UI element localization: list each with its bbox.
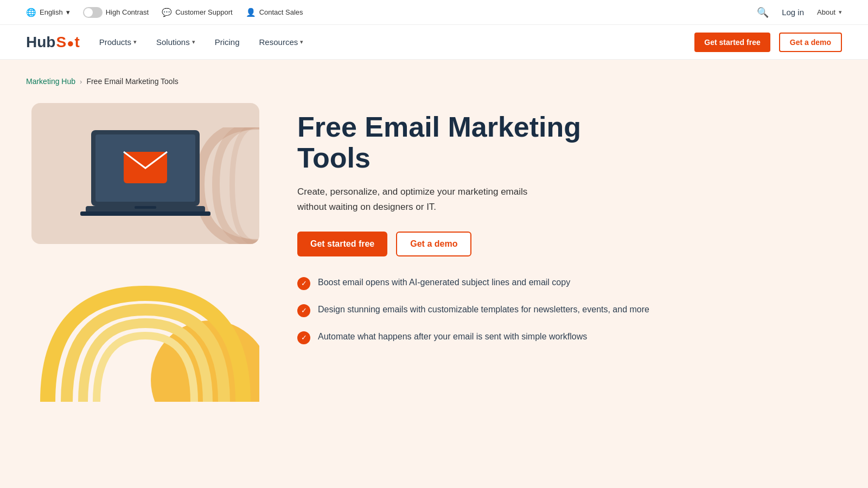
breadcrumb-current: Free Email Marketing Tools	[86, 77, 178, 86]
utility-left: 🌐 English ▾ High Contrast 💬 Customer Sup…	[26, 7, 303, 18]
breadcrumb: Marketing Hub › Free Email Marketing Too…	[26, 77, 842, 86]
nav-demo-button[interactable]: Get a demo	[779, 33, 842, 52]
high-contrast-toggle[interactable]: High Contrast	[83, 7, 149, 18]
language-selector[interactable]: 🌐 English ▾	[26, 8, 70, 17]
resources-label: Resources	[259, 37, 298, 47]
hero-text: Free Email Marketing Tools Create, perso…	[297, 103, 842, 344]
about-link[interactable]: About ▾	[817, 8, 842, 16]
nav-left: HubS●t Products ▾ Solutions ▾ Pricing Re…	[26, 34, 303, 51]
main-nav: HubS●t Products ▾ Solutions ▾ Pricing Re…	[0, 25, 868, 60]
check-icon-1: ✓	[297, 277, 310, 290]
svg-rect-8	[80, 211, 210, 216]
svg-rect-9	[135, 206, 156, 209]
resources-chevron: ▾	[300, 38, 303, 46]
hero-get-started-button[interactable]: Get started free	[297, 232, 387, 256]
solutions-nav-item[interactable]: Solutions ▾	[156, 35, 195, 49]
check-icon-2: ✓	[297, 304, 310, 317]
resources-nav-item[interactable]: Resources ▾	[259, 35, 304, 49]
pricing-nav-item[interactable]: Pricing	[215, 35, 240, 49]
rainbow-section	[31, 250, 259, 402]
language-label: English	[40, 8, 63, 16]
laptop-card	[31, 103, 259, 244]
feature-item-1: ✓ Boost email opens with AI-generated su…	[297, 276, 842, 290]
hubspot-logo[interactable]: HubS●t	[26, 34, 80, 51]
globe-icon: 🌐	[26, 8, 36, 17]
feature-text-2: Design stunning emails with customizable…	[318, 303, 649, 316]
solutions-label: Solutions	[156, 37, 190, 47]
products-label: Products	[99, 37, 131, 47]
contrast-switch[interactable]	[83, 7, 103, 18]
toggle-knob	[84, 8, 93, 17]
hero-section: ✦ ✦ ✦	[26, 103, 842, 402]
support-icon: 💬	[162, 8, 172, 17]
search-link[interactable]: 🔍	[757, 7, 769, 18]
breadcrumb-parent-link[interactable]: Marketing Hub	[26, 77, 75, 86]
nav-right: Get started free Get a demo	[694, 33, 842, 52]
logo-t-text: t	[74, 34, 79, 51]
search-icon: 🔍	[757, 7, 769, 18]
check-icon-3: ✓	[297, 331, 310, 344]
feature-item-2: ✓ Design stunning emails with customizab…	[297, 303, 842, 317]
customer-support-link[interactable]: 💬 Customer Support	[162, 8, 233, 17]
laptop-svg	[80, 125, 210, 222]
logo-dot-icon: ●	[67, 36, 74, 50]
feature-text-3: Automate what happens after your email i…	[318, 330, 587, 343]
nav-get-started-button[interactable]: Get started free	[694, 33, 770, 52]
rainbow-svg	[31, 250, 259, 402]
products-chevron: ▾	[133, 38, 137, 46]
about-label: About	[817, 8, 835, 16]
solutions-chevron: ▾	[192, 38, 195, 46]
feature-list: ✓ Boost email opens with AI-generated su…	[297, 276, 842, 344]
language-chevron: ▾	[66, 8, 70, 16]
page-content: Marketing Hub › Free Email Marketing Too…	[0, 60, 868, 488]
hero-buttons: Get started free Get a demo	[297, 232, 842, 256]
utility-bar: 🌐 English ▾ High Contrast 💬 Customer Sup…	[0, 0, 868, 25]
high-contrast-label: High Contrast	[106, 8, 149, 16]
feature-item-3: ✓ Automate what happens after your email…	[297, 330, 842, 344]
hero-demo-button[interactable]: Get a demo	[396, 232, 471, 256]
hero-title: Free Email Marketing Tools	[297, 112, 842, 174]
hero-image-section: ✦ ✦ ✦	[26, 103, 265, 402]
products-nav-item[interactable]: Products ▾	[99, 35, 137, 49]
hero-subtitle: Create, personalize, and optimize your m…	[297, 184, 558, 214]
contact-icon: 👤	[246, 8, 256, 17]
pricing-label: Pricing	[215, 37, 240, 47]
about-chevron: ▾	[839, 9, 842, 16]
login-label: Log in	[782, 8, 804, 17]
contact-sales-label: Contact Sales	[259, 8, 303, 16]
customer-support-label: Customer Support	[175, 8, 233, 16]
feature-text-1: Boost email opens with AI-generated subj…	[318, 276, 570, 289]
login-link[interactable]: Log in	[782, 8, 804, 17]
utility-right: 🔍 Log in About ▾	[757, 7, 842, 18]
laptop-card-wrapper: ✦ ✦ ✦	[31, 103, 259, 252]
logo-hub-text: Hub	[26, 34, 55, 51]
logo-spot-text: S	[56, 34, 66, 51]
contact-sales-link[interactable]: 👤 Contact Sales	[246, 8, 303, 17]
breadcrumb-separator: ›	[80, 78, 82, 86]
